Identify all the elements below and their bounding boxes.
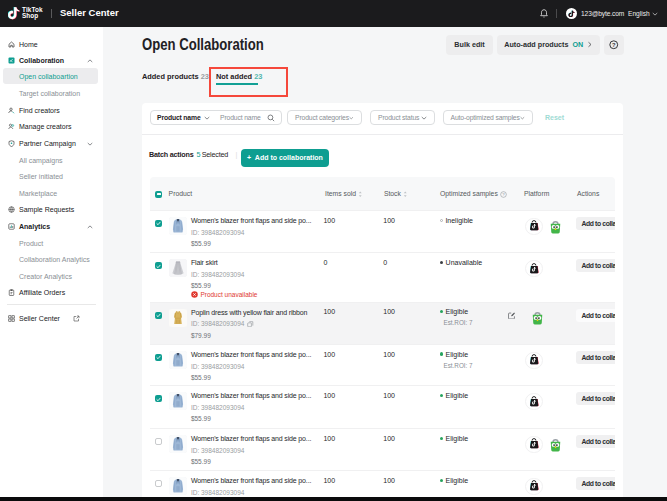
svg-text:?: ? — [502, 191, 505, 196]
svg-text:?: ? — [612, 42, 616, 48]
